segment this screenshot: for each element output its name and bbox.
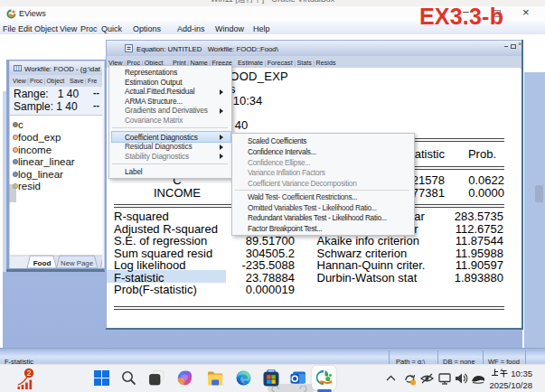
svg-text:New Page: New Page <box>61 259 93 267</box>
svg-text:2: 2 <box>27 369 32 378</box>
svg-text:Food: Food <box>33 259 52 267</box>
